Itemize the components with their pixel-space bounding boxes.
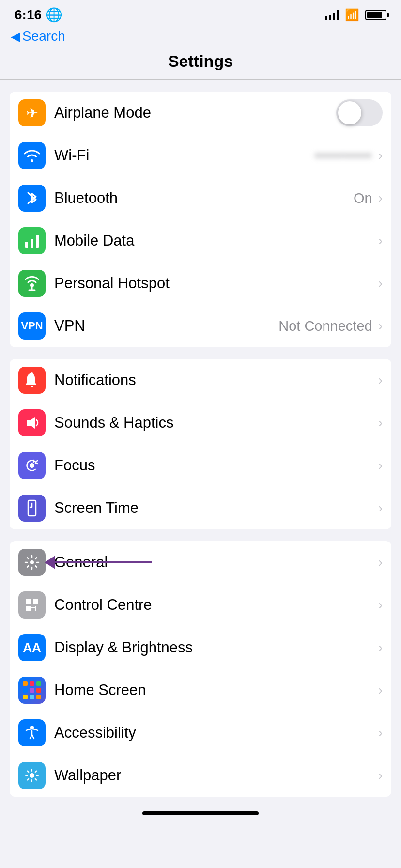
general-chevron-icon: ›	[378, 555, 383, 570]
mobile-data-icon	[18, 227, 46, 254]
personal-hotspot-chevron-icon: ›	[378, 276, 383, 291]
page-title-bar: Settings	[0, 48, 401, 80]
svg-point-14	[30, 773, 34, 778]
svg-point-7	[30, 560, 34, 564]
row-accessibility[interactable]: Accessibility ›	[10, 712, 391, 754]
display-brightness-chevron-icon: ›	[378, 640, 383, 655]
row-airplane-mode[interactable]: ✈ Airplane Mode	[10, 92, 391, 134]
mobile-data-chevron-icon: ›	[378, 233, 383, 248]
back-arrow-icon: ◀	[11, 29, 20, 44]
sounds-haptics-icon	[18, 409, 46, 436]
wifi-status-icon: 📶	[345, 8, 359, 22]
svg-rect-0	[25, 242, 28, 248]
page-title: Settings	[0, 52, 401, 71]
personal-hotspot-icon	[18, 270, 46, 297]
airplane-mode-label: Airplane Mode	[54, 104, 336, 122]
status-time-area: 6:16 🌐	[15, 7, 62, 23]
row-wifi[interactable]: Wi-Fi •••••••••• ›	[10, 134, 391, 177]
battery-icon	[365, 10, 386, 20]
wifi-label: Wi-Fi	[54, 147, 315, 164]
notifications-chevron-icon: ›	[378, 372, 383, 388]
status-time: 6:16	[15, 7, 42, 23]
home-screen-label: Home Screen	[54, 682, 376, 699]
vpn-icon: VPN	[18, 312, 46, 340]
notifications-label: Notifications	[54, 372, 376, 389]
display-brightness-label: Display & Brightness	[54, 639, 376, 656]
svg-rect-12	[35, 606, 36, 611]
row-home-screen[interactable]: Home Screen ›	[10, 669, 391, 712]
focus-label: Focus	[54, 457, 376, 474]
svg-rect-1	[31, 239, 33, 248]
mobile-data-label: Mobile Data	[54, 232, 376, 249]
row-focus[interactable]: Focus ›	[10, 444, 391, 487]
focus-chevron-icon: ›	[378, 458, 383, 473]
screen-time-icon	[18, 495, 46, 522]
section-connectivity: ✈ Airplane Mode Wi-Fi •••••••••• › Bluet…	[10, 92, 391, 347]
accessibility-chevron-icon: ›	[378, 725, 383, 741]
nav-back-area[interactable]: ◀ Search	[0, 27, 401, 48]
control-centre-icon	[18, 591, 46, 619]
svg-marker-5	[27, 417, 35, 429]
home-indicator-area	[0, 797, 401, 820]
row-display-brightness[interactable]: AA Display & Brightness ›	[10, 626, 391, 669]
airplane-mode-icon: ✈	[18, 99, 46, 126]
status-bar: 6:16 🌐 📶	[0, 0, 401, 27]
wifi-value: ••••••••••	[315, 148, 372, 163]
accessibility-label: Accessibility	[54, 724, 376, 742]
home-screen-chevron-icon: ›	[378, 682, 383, 698]
svg-rect-2	[36, 235, 39, 248]
signal-icon	[325, 10, 339, 20]
svg-point-4	[31, 372, 33, 374]
row-wallpaper[interactable]: Wallpaper ›	[10, 754, 391, 797]
wifi-chevron-icon: ›	[378, 148, 383, 163]
wallpaper-icon	[18, 762, 46, 789]
vpn-chevron-icon: ›	[378, 318, 383, 334]
home-indicator	[142, 811, 259, 815]
status-globe-icon: 🌐	[46, 7, 62, 23]
row-vpn[interactable]: VPN VPN Not Connected ›	[10, 305, 391, 347]
wallpaper-label: Wallpaper	[54, 767, 376, 784]
status-indicators: 📶	[325, 8, 386, 22]
sounds-haptics-chevron-icon: ›	[378, 415, 383, 431]
control-centre-chevron-icon: ›	[378, 597, 383, 613]
back-button[interactable]: ◀ Search	[11, 29, 386, 44]
row-personal-hotspot[interactable]: Personal Hotspot ›	[10, 262, 391, 305]
svg-rect-10	[26, 606, 31, 611]
bluetooth-value: On	[354, 190, 372, 206]
vpn-value: Not Connected	[278, 318, 372, 334]
control-centre-label: Control Centre	[54, 596, 376, 614]
back-label: Search	[22, 29, 65, 44]
wallpaper-chevron-icon: ›	[378, 768, 383, 783]
personal-hotspot-label: Personal Hotspot	[54, 275, 376, 292]
screen-time-chevron-icon: ›	[378, 500, 383, 516]
display-brightness-icon: AA	[18, 634, 46, 661]
row-control-centre[interactable]: Control Centre ›	[10, 584, 391, 626]
bluetooth-label: Bluetooth	[54, 189, 354, 207]
row-notifications[interactable]: Notifications ›	[10, 359, 391, 402]
airplane-mode-toggle[interactable]	[336, 99, 383, 126]
wifi-icon	[18, 142, 46, 169]
svg-rect-11	[31, 607, 35, 608]
section-system: General › Control Centre › AA Disp	[10, 541, 391, 797]
row-bluetooth[interactable]: Bluetooth On ›	[10, 177, 391, 219]
accessibility-icon	[18, 719, 46, 746]
row-sounds-haptics[interactable]: Sounds & Haptics ›	[10, 402, 391, 444]
focus-icon	[18, 452, 46, 479]
section-notifications: Notifications › Sounds & Haptics › Focus…	[10, 359, 391, 529]
row-general[interactable]: General ›	[10, 541, 391, 584]
general-icon	[18, 549, 46, 576]
svg-rect-8	[26, 599, 31, 604]
vpn-label: VPN	[54, 317, 278, 335]
bluetooth-chevron-icon: ›	[378, 190, 383, 206]
svg-rect-9	[33, 599, 38, 604]
row-screen-time[interactable]: Screen Time ›	[10, 487, 391, 529]
row-mobile-data[interactable]: Mobile Data ›	[10, 219, 391, 262]
notifications-icon	[18, 367, 46, 394]
general-label: General	[54, 554, 376, 571]
screen-time-label: Screen Time	[54, 499, 376, 517]
sounds-haptics-label: Sounds & Haptics	[54, 414, 376, 432]
bluetooth-icon	[18, 185, 46, 212]
home-screen-icon	[18, 677, 46, 704]
